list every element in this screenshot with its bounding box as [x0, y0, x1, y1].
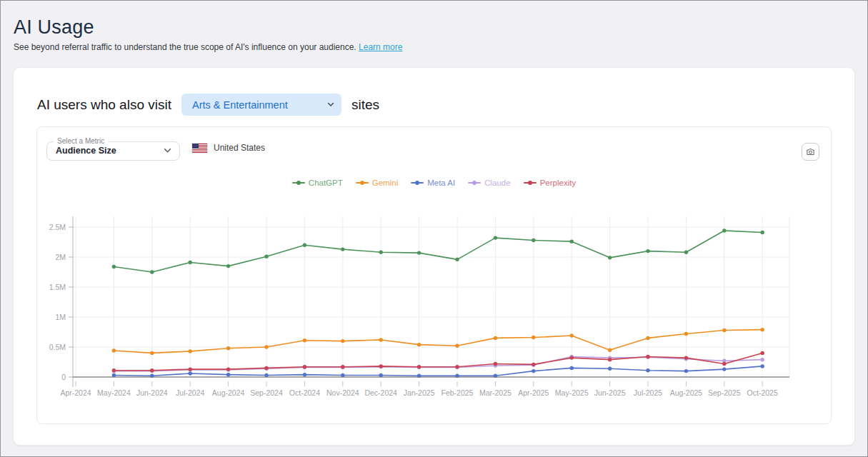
data-point[interactable]: [494, 362, 497, 366]
y-axis-tick-label: 2M: [55, 253, 66, 261]
data-point[interactable]: [532, 363, 535, 366]
data-point[interactable]: [189, 367, 192, 371]
metric-dropdown[interactable]: Select a Metric Audience Size: [46, 141, 180, 161]
data-point[interactable]: [532, 369, 535, 373]
y-axis-tick-label: 1.5M: [49, 283, 66, 291]
data-point[interactable]: [341, 339, 344, 343]
data-point[interactable]: [379, 338, 383, 341]
x-axis-tick-label: Jun-2024: [136, 388, 168, 397]
series-line-chatgpt: [114, 231, 762, 272]
data-point[interactable]: [264, 373, 268, 377]
data-point[interactable]: [722, 362, 726, 366]
legend-label: Claude: [484, 179, 510, 187]
data-point[interactable]: [341, 365, 344, 368]
data-point[interactable]: [532, 238, 535, 242]
data-point[interactable]: [341, 247, 344, 251]
data-point[interactable]: [112, 265, 116, 268]
legend-item-claude[interactable]: Claude: [468, 179, 510, 187]
legend-item-chatgpt[interactable]: ChatGPT: [292, 179, 343, 187]
data-point[interactable]: [455, 258, 459, 261]
data-point[interactable]: [341, 373, 344, 377]
data-point[interactable]: [494, 236, 497, 239]
data-point[interactable]: [455, 344, 459, 348]
data-point[interactable]: [646, 355, 649, 358]
data-point[interactable]: [570, 366, 574, 370]
selector-prefix: AI users who also visit: [37, 97, 171, 113]
data-point[interactable]: [684, 356, 688, 359]
data-point[interactable]: [761, 364, 764, 368]
data-point[interactable]: [761, 231, 764, 234]
data-point[interactable]: [761, 328, 764, 331]
data-point[interactable]: [417, 251, 421, 254]
x-axis-tick-label: Dec-2024: [364, 388, 397, 397]
data-point[interactable]: [608, 358, 612, 361]
data-point[interactable]: [303, 243, 306, 247]
metric-dropdown-label: Select a Metric: [54, 137, 108, 145]
data-point[interactable]: [264, 366, 268, 370]
data-point[interactable]: [608, 348, 612, 352]
category-dropdown[interactable]: Arts & Entertainment: [181, 94, 341, 116]
data-point[interactable]: [150, 351, 154, 355]
legend-item-gemini[interactable]: Gemini: [356, 179, 398, 187]
data-point[interactable]: [646, 336, 649, 340]
data-point[interactable]: [532, 336, 535, 339]
data-point[interactable]: [150, 270, 154, 273]
data-point[interactable]: [722, 228, 726, 232]
data-point[interactable]: [494, 336, 497, 340]
data-point[interactable]: [722, 367, 726, 371]
data-point[interactable]: [684, 369, 688, 373]
data-point[interactable]: [379, 364, 383, 368]
data-point[interactable]: [379, 251, 383, 254]
learn-more-link[interactable]: Learn more: [359, 42, 402, 52]
data-point[interactable]: [761, 351, 764, 355]
data-point[interactable]: [189, 349, 192, 353]
legend-marker-icon: [356, 182, 369, 184]
data-point[interactable]: [189, 261, 192, 264]
data-point[interactable]: [455, 365, 459, 368]
data-point[interactable]: [112, 348, 116, 352]
data-point[interactable]: [570, 239, 574, 243]
data-point[interactable]: [112, 373, 116, 377]
us-flag-icon: [192, 144, 207, 153]
data-point[interactable]: [112, 368, 116, 372]
data-point[interactable]: [570, 356, 574, 359]
data-point[interactable]: [303, 373, 306, 376]
data-point[interactable]: [417, 374, 421, 378]
x-axis-tick-label: Nov-2024: [326, 388, 359, 397]
data-point[interactable]: [608, 367, 612, 371]
data-point[interactable]: [417, 343, 421, 346]
data-point[interactable]: [150, 368, 154, 372]
data-point[interactable]: [494, 374, 497, 378]
y-axis-tick-label: 1M: [55, 313, 66, 321]
data-point[interactable]: [303, 365, 306, 368]
country-indicator: United States: [192, 143, 265, 153]
y-axis-tick-label: 2.5M: [49, 223, 66, 231]
data-point[interactable]: [646, 368, 649, 372]
data-point[interactable]: [150, 374, 154, 378]
data-point[interactable]: [761, 358, 764, 361]
legend-marker-icon: [468, 182, 481, 184]
screenshot-button[interactable]: [802, 143, 819, 161]
legend-label: Meta AI: [427, 179, 455, 187]
data-point[interactable]: [684, 332, 688, 336]
data-point[interactable]: [379, 373, 383, 377]
data-point[interactable]: [684, 251, 688, 254]
data-point[interactable]: [189, 371, 192, 375]
data-point[interactable]: [226, 346, 230, 350]
data-point[interactable]: [226, 367, 230, 371]
data-point[interactable]: [226, 373, 230, 376]
data-point[interactable]: [608, 256, 612, 259]
legend-item-perplexity[interactable]: Perplexity: [524, 179, 577, 187]
data-point[interactable]: [226, 264, 230, 268]
subtitle-text: See beyond referral traffic to understan…: [14, 42, 356, 52]
data-point[interactable]: [646, 249, 649, 253]
data-point[interactable]: [455, 374, 459, 378]
data-point[interactable]: [417, 365, 421, 368]
page-title: AI Usage: [14, 15, 854, 39]
legend-item-meta-ai[interactable]: Meta AI: [411, 179, 455, 187]
data-point[interactable]: [264, 345, 268, 348]
data-point[interactable]: [264, 254, 268, 258]
data-point[interactable]: [303, 338, 306, 342]
data-point[interactable]: [722, 328, 726, 332]
data-point[interactable]: [570, 333, 574, 337]
